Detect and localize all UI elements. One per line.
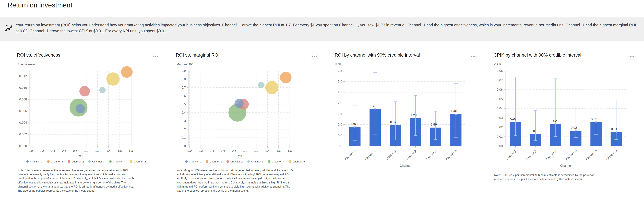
svg-text:0.0: 0.0 (182, 144, 186, 148)
insight-text: Your return on investment (ROI) helps yo… (16, 22, 636, 34)
bubble-Channel_5 (106, 72, 120, 85)
svg-text:1.48: 1.48 (451, 109, 457, 113)
svg-text:0.010: 0.010 (19, 86, 27, 89)
page-title: Return on investment (8, 1, 72, 9)
legend-dot (206, 160, 208, 163)
x-axis-label: ROI (237, 154, 242, 158)
legend-label: Channel_3 (251, 160, 264, 163)
more-options-button[interactable] (311, 53, 318, 60)
y-axis-caption: CPIK (494, 63, 642, 67)
bubble-Channel_3 (258, 82, 264, 88)
svg-text:0.03: 0.03 (591, 117, 597, 121)
ellipsis-icon (630, 56, 634, 57)
svg-text:0.02: 0.02 (497, 126, 503, 129)
legend-dot (226, 160, 229, 163)
legend-label: Channel_2 (230, 160, 243, 163)
gridlines (506, 71, 626, 137)
svg-text:0.02: 0.02 (550, 119, 557, 123)
x-axis-label: ROI (78, 154, 83, 158)
svg-text:0.1: 0.1 (182, 136, 186, 139)
ellipsis-icon (312, 56, 316, 57)
svg-text:0.6: 0.6 (182, 94, 186, 97)
svg-text:0.8: 0.8 (73, 149, 77, 152)
legend-label: Channel_2 (72, 160, 84, 163)
svg-text:1.6: 1.6 (276, 149, 280, 152)
svg-text:0.0: 0.0 (338, 144, 342, 148)
svg-text:2.5: 2.5 (338, 91, 342, 94)
bars-group (510, 122, 622, 146)
category-label: Channel_4 (425, 149, 437, 161)
insights-sparkle-icon (5, 24, 13, 32)
legend-dot (47, 160, 50, 163)
category-label: Channel_4 (585, 149, 598, 161)
legend-label: Channel_1 (51, 160, 63, 163)
category-label: Channel_5 (606, 149, 618, 161)
legend-item-Channel_3: Channel_3 (88, 160, 105, 163)
svg-text:0.4: 0.4 (182, 111, 186, 114)
legend-dot (130, 160, 132, 163)
legend-label: Channel_5 (292, 160, 305, 163)
more-options-button[interactable] (152, 53, 159, 60)
legend-item-Channel_1: Channel_1 (206, 160, 222, 163)
svg-text:0.9: 0.9 (182, 69, 186, 72)
error-bars-group (514, 77, 618, 140)
svg-text:0.008: 0.008 (19, 98, 27, 101)
bubble-Channel_3 (99, 87, 106, 93)
bubble-Channel_1 (280, 72, 292, 83)
svg-text:1.8: 1.8 (288, 149, 292, 152)
svg-text:0.05: 0.05 (497, 97, 503, 101)
error-bars-group (353, 72, 458, 140)
legend-label: Channel_4 (272, 160, 284, 163)
roi-by-channel-chart: 0.00.51.01.52.02.53.03.50.891.730.971.29… (335, 67, 473, 169)
category-label: Channel_2 (545, 149, 557, 161)
svg-text:0.6: 0.6 (221, 149, 225, 152)
legend-label: Channel_1 (210, 160, 222, 163)
category-label: Channel_0 (344, 149, 356, 161)
legend-item-Channel_2: Channel_2 (226, 160, 243, 163)
svg-text:0.00: 0.00 (497, 144, 503, 148)
more-options-button[interactable] (470, 53, 477, 60)
bar-value-labels: 0.891.730.971.290.861.48 (350, 104, 457, 126)
more-options-button[interactable] (628, 53, 636, 60)
legend-dot (88, 160, 91, 163)
svg-text:0.89: 0.89 (350, 122, 356, 126)
charts-row: ROI vs. effectiveness Effectiveness 0.00… (17, 53, 642, 193)
svg-text:0.5: 0.5 (182, 102, 186, 106)
bubble-Channel_1 (121, 66, 133, 78)
gridlines (345, 71, 466, 135)
svg-text:0.01: 0.01 (530, 129, 537, 133)
svg-text:0.06: 0.06 (497, 88, 503, 91)
category-label: Channel_3 (405, 149, 417, 161)
svg-text:0.4: 0.4 (51, 149, 55, 152)
svg-text:0.6: 0.6 (62, 149, 66, 152)
svg-text:0.2: 0.2 (198, 149, 203, 152)
category-label: Channel_1 (525, 149, 537, 161)
svg-text:0.86: 0.86 (430, 123, 437, 126)
svg-text:0.4: 0.4 (210, 149, 214, 152)
legend-dot (109, 160, 112, 163)
svg-text:0.0: 0.0 (28, 149, 33, 152)
x-axis-label: Channel (400, 164, 411, 167)
ellipsis-icon (153, 56, 158, 57)
ellipsis-icon (471, 56, 476, 57)
svg-text:1.73: 1.73 (370, 104, 376, 108)
svg-text:0.07: 0.07 (497, 79, 503, 82)
x-axis-label: Channel (560, 164, 572, 167)
svg-text:0.8: 0.8 (232, 149, 236, 152)
roi-vs-effectiveness-chart: 0.0000.0020.0040.0060.0080.0100.0120.00.… (17, 67, 138, 158)
svg-text:1.0: 1.0 (338, 123, 342, 126)
legend-dot (26, 160, 29, 163)
svg-text:0.04: 0.04 (497, 107, 503, 110)
legend-dot (68, 160, 70, 163)
legend-label: Channel_3 (92, 160, 105, 163)
svg-text:0.02: 0.02 (571, 126, 577, 129)
svg-text:0.97: 0.97 (390, 120, 396, 124)
svg-text:3.5: 3.5 (338, 69, 342, 72)
legend-label: Channel_4 (113, 160, 125, 163)
svg-text:0.2: 0.2 (40, 149, 44, 152)
bubbles-group (70, 66, 132, 117)
svg-text:3.0: 3.0 (338, 80, 342, 83)
legend-label: Channel_0 (30, 160, 42, 163)
legend-dot (185, 160, 188, 163)
chart-title: ROI vs. effectiveness (17, 53, 166, 58)
